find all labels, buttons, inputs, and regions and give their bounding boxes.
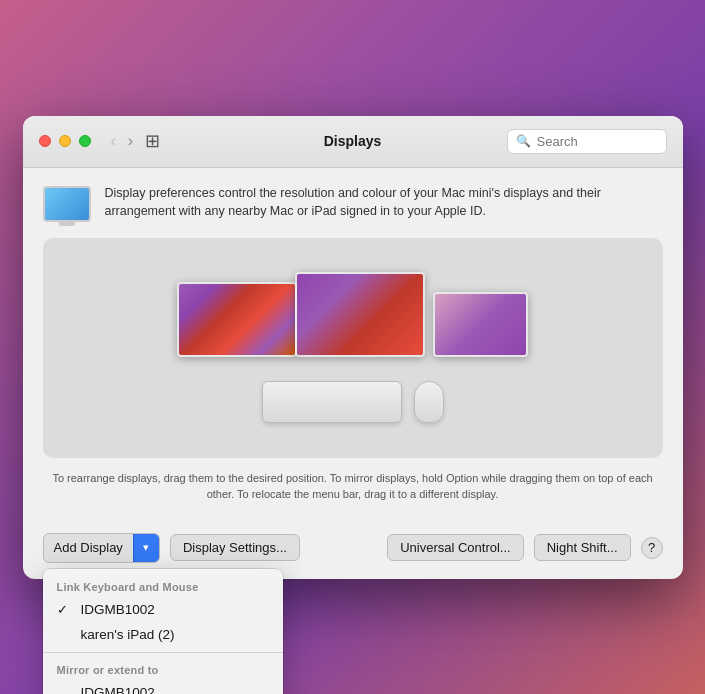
monitor-1[interactable]: [177, 282, 297, 357]
link-item-karens-ipad-2-label: karen's iPad (2): [81, 627, 175, 642]
mirror-item-IDGMB1002[interactable]: IDGMB1002: [43, 680, 283, 695]
hint-text: To rearrange displays, drag them to the …: [43, 470, 663, 503]
help-button[interactable]: ?: [641, 537, 663, 559]
monitor-1-wallpaper: [179, 284, 295, 355]
chevron-down-icon: ▾: [143, 541, 149, 554]
mouse-icon: [414, 381, 444, 423]
monitors-row: [177, 272, 528, 357]
info-text: Display preferences control the resoluti…: [105, 184, 663, 222]
link-item-IDGMB1002-label: IDGMB1002: [81, 602, 155, 617]
check-icon: ✓: [57, 602, 73, 617]
night-shift-button[interactable]: Night Shift...: [534, 534, 631, 561]
info-row: Display preferences control the resoluti…: [43, 184, 663, 222]
mirror-section-header: Mirror or extend to: [43, 658, 283, 680]
close-button[interactable]: [39, 135, 51, 147]
monitor-2[interactable]: [295, 272, 425, 357]
keyboard-icon: [262, 381, 402, 423]
universal-control-button[interactable]: Universal Control...: [387, 534, 524, 561]
traffic-lights: [39, 135, 91, 147]
monitor-3[interactable]: [433, 292, 528, 357]
window-title: Displays: [324, 133, 382, 149]
back-button[interactable]: ‹: [107, 130, 120, 152]
system-preferences-window: ‹ › ⊞ Displays 🔍 Display preferences con…: [23, 116, 683, 579]
add-display-dropdown: Link Keyboard and Mouse ✓ IDGMB1002 kare…: [43, 569, 283, 695]
search-box[interactable]: 🔍: [507, 129, 667, 154]
grid-button[interactable]: ⊞: [145, 130, 160, 152]
link-section-header: Link Keyboard and Mouse: [43, 575, 283, 597]
add-display-button[interactable]: Add Display ▾: [43, 533, 160, 563]
titlebar: ‹ › ⊞ Displays 🔍: [23, 116, 683, 168]
mirror-item-IDGMB1002-label: IDGMB1002: [81, 685, 155, 695]
add-display-chevron[interactable]: ▾: [133, 534, 159, 562]
display-arrangement-area[interactable]: [43, 238, 663, 458]
content-area: Display preferences control the resoluti…: [23, 168, 683, 533]
keyboard-area: [262, 381, 444, 423]
nav-arrows: ‹ ›: [107, 130, 138, 152]
monitor-3-wallpaper: [435, 294, 526, 355]
display-icon: [43, 186, 91, 222]
add-display-label: Add Display: [44, 540, 133, 555]
dropdown-divider: [43, 652, 283, 653]
monitor-2-wallpaper: [297, 274, 423, 355]
link-item-IDGMB1002[interactable]: ✓ IDGMB1002: [43, 597, 283, 622]
search-icon: 🔍: [516, 134, 531, 148]
link-item-karens-ipad-2[interactable]: karen's iPad (2): [43, 622, 283, 647]
bottom-bar-container: Add Display ▾ Display Settings... Univer…: [23, 533, 683, 579]
minimize-button[interactable]: [59, 135, 71, 147]
forward-button[interactable]: ›: [124, 130, 137, 152]
display-settings-button[interactable]: Display Settings...: [170, 534, 300, 561]
search-input[interactable]: [537, 134, 658, 149]
fullscreen-button[interactable]: [79, 135, 91, 147]
